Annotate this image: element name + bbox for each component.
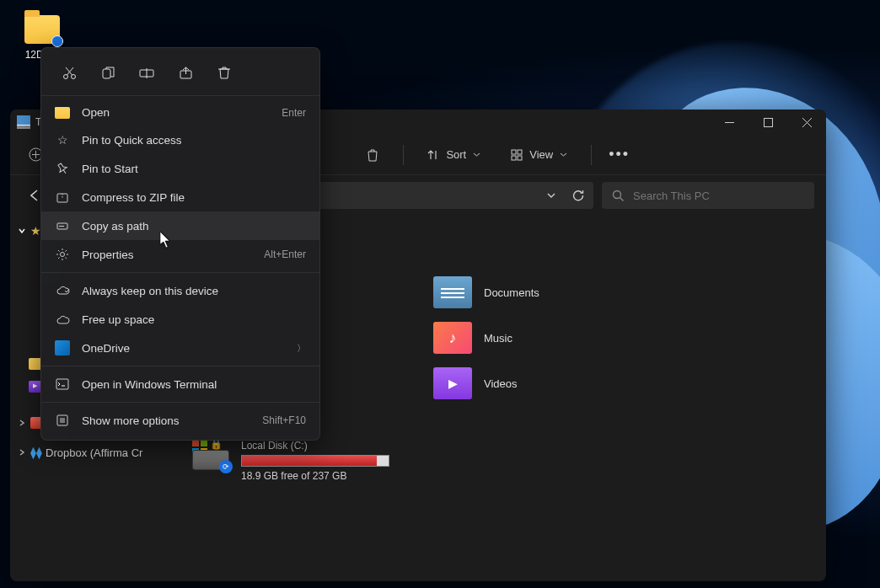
svg-point-27 — [61, 253, 65, 257]
path-icon — [55, 218, 70, 233]
sort-label: Sort — [446, 148, 466, 161]
svg-rect-10 — [518, 150, 522, 154]
svg-rect-11 — [512, 156, 516, 160]
documents-icon — [433, 276, 472, 308]
dropbox-icon: ⧫⧫ — [30, 446, 42, 459]
more-icon — [55, 413, 70, 428]
this-pc-icon — [17, 115, 30, 129]
chevron-right-icon: 〉 — [297, 342, 306, 355]
delete-button[interactable] — [359, 142, 386, 168]
menu-open-terminal[interactable]: Open in Windows Terminal — [41, 370, 319, 398]
terminal-icon — [55, 377, 70, 392]
folder-music[interactable]: Music — [416, 315, 678, 361]
chevron-down-icon — [473, 151, 480, 158]
refresh-icon[interactable] — [571, 189, 585, 202]
svg-point-15 — [63, 74, 67, 78]
svg-rect-12 — [518, 156, 522, 160]
search-input[interactable] — [633, 190, 804, 202]
svg-rect-0 — [17, 115, 30, 125]
menu-always-keep[interactable]: Always keep on this device — [41, 276, 319, 305]
folder-icon — [24, 15, 60, 44]
menu-show-more-options[interactable]: Show more options Shift+F10 — [41, 406, 319, 435]
cloud-check-icon — [55, 283, 70, 298]
star-icon: ☆ — [55, 132, 70, 147]
view-button[interactable]: View — [504, 145, 574, 164]
svg-line-14 — [620, 197, 624, 200]
close-button[interactable] — [787, 110, 826, 135]
svg-line-17 — [67, 67, 73, 75]
onedrive-icon — [55, 340, 70, 355]
menu-copy-as-path[interactable]: Copy as path — [41, 211, 319, 240]
share-button[interactable] — [173, 60, 198, 85]
sort-button[interactable]: Sort — [421, 145, 487, 164]
disk-free-text: 18.9 GB free of 237 GB — [241, 470, 389, 482]
view-label: View — [529, 148, 553, 161]
cut-button[interactable] — [56, 60, 82, 85]
chevron-down-icon[interactable] — [546, 190, 556, 200]
folder-videos[interactable]: Videos — [416, 361, 678, 406]
menu-open[interactable]: Open Enter — [41, 99, 319, 126]
pin-icon — [55, 161, 70, 176]
svg-rect-1 — [17, 126, 30, 129]
svg-point-16 — [71, 74, 75, 78]
delete-button[interactable] — [212, 60, 237, 85]
view-icon — [511, 149, 523, 161]
menu-pin-start[interactable]: Pin to Start — [41, 154, 319, 183]
folder-icon — [55, 107, 70, 119]
svg-rect-19 — [103, 69, 110, 78]
minimize-button[interactable] — [710, 110, 749, 135]
music-icon — [433, 322, 472, 354]
svg-rect-28 — [56, 379, 68, 389]
search-box[interactable] — [602, 182, 814, 209]
cloud-icon — [55, 312, 70, 327]
rename-button[interactable] — [134, 60, 159, 85]
disk-usage-bar — [241, 455, 389, 467]
videos-icon — [433, 367, 472, 399]
zip-icon — [55, 190, 70, 205]
search-icon — [612, 190, 625, 202]
more-options-button[interactable]: ••• — [609, 146, 630, 163]
menu-compress-zip[interactable]: Compress to ZIP file — [41, 183, 319, 211]
folder-documents[interactable]: Documents — [416, 270, 678, 315]
disk-icon: 🔒 ⟳ — [192, 440, 229, 470]
svg-rect-3 — [764, 118, 772, 126]
menu-free-up-space[interactable]: Free up space — [41, 305, 319, 334]
copy-button[interactable] — [95, 60, 121, 85]
svg-rect-9 — [512, 150, 516, 154]
local-disk-c[interactable]: 🔒 ⟳ Local Disk (C:) 18.9 GB free of 237 … — [155, 433, 826, 489]
sort-icon — [427, 149, 439, 161]
maximize-button[interactable] — [749, 110, 787, 135]
chevron-down-icon — [560, 151, 567, 158]
context-menu: Open Enter ☆ Pin to Quick access Pin to … — [40, 47, 320, 441]
menu-properties[interactable]: Properties Alt+Enter — [41, 240, 319, 269]
svg-point-13 — [614, 190, 621, 198]
svg-line-18 — [66, 67, 72, 75]
menu-pin-quick-access[interactable]: ☆ Pin to Quick access — [41, 126, 319, 154]
menu-onedrive[interactable]: OneDrive 〉 — [41, 334, 319, 362]
properties-icon — [55, 247, 70, 262]
disk-name: Local Disk (C:) — [241, 440, 389, 452]
sidebar-item-dropbox[interactable]: ⧫⧫Dropbox (Affirma Cr — [10, 441, 155, 464]
